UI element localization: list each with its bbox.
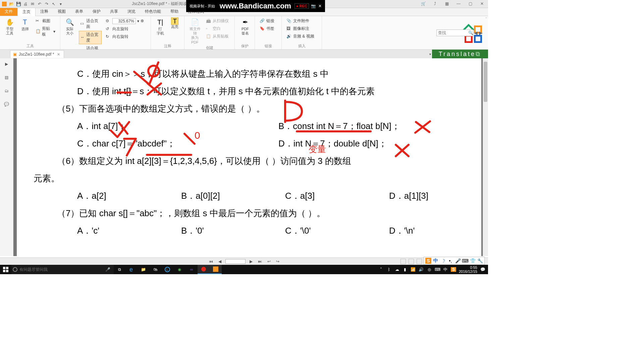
attach-button[interactable]: 📎文件附件 — [285, 17, 318, 24]
cursor-icon[interactable]: ↖ — [51, 1, 57, 7]
redo-icon[interactable]: ↷ — [44, 1, 50, 7]
tab-feature[interactable]: 特色功能 — [140, 7, 166, 16]
link-button[interactable]: 🔗链接 — [258, 17, 278, 24]
taskbar-app-foxit[interactable] — [210, 265, 222, 274]
typewriter-button[interactable]: T|打字机 — [154, 17, 166, 36]
next-page-icon[interactable]: ▶ — [248, 259, 254, 264]
bandicam-close-icon[interactable]: ✕ — [317, 4, 323, 8]
audio-video-button[interactable]: 🔊音频 & 视频 — [285, 33, 318, 40]
ime-lang-icon[interactable]: 中 — [433, 258, 439, 264]
convert-to-pdf-button[interactable]: 📄将文件转换为PDF — [188, 17, 202, 45]
tab-share[interactable]: 共享 — [105, 7, 123, 16]
highlight-button[interactable]: T高亮 — [169, 17, 181, 36]
facing-page-icon[interactable] — [417, 259, 422, 264]
page-number-input[interactable] — [225, 259, 246, 264]
taskbar-app-explorer[interactable]: 📁 — [137, 265, 149, 274]
back-nav-icon[interactable]: ↩ — [266, 259, 272, 264]
ime-mic-icon[interactable]: 🎤 — [455, 258, 461, 264]
translate-button[interactable]: Translate ⧉ — [432, 50, 488, 58]
undo-icon[interactable]: ↶ — [37, 1, 43, 7]
zoom-input[interactable]: 325.67% — [112, 18, 136, 24]
tray-expand-icon[interactable]: ˄ — [378, 267, 384, 272]
tab-close-icon[interactable]: × — [56, 52, 61, 57]
taskbar-app-360[interactable]: ◉ — [173, 265, 185, 274]
blank-button[interactable]: ▫空白 — [205, 25, 230, 32]
fit-width-button[interactable]: ↔适合宽度 — [79, 31, 102, 44]
qa-more-icon[interactable]: ▾ — [58, 1, 64, 7]
expand-panel-icon[interactable]: ▶ — [3, 60, 10, 68]
image-annot-button[interactable]: 🖼图像标注 — [285, 25, 318, 32]
taskbar-search-input[interactable] — [19, 267, 103, 272]
clipboard-button[interactable]: 📋剪贴板 ▾ — [34, 25, 57, 38]
select-tool-button[interactable]: Ꭲ选择 — [19, 17, 32, 38]
mail-icon[interactable]: ✉ — [30, 1, 36, 7]
forward-nav-icon[interactable]: ↪ — [275, 259, 281, 264]
scrollbar-thumb[interactable] — [484, 62, 487, 102]
tray-sogou-icon[interactable]: S — [451, 267, 456, 272]
tray-volume-icon[interactable]: 🔊 — [419, 267, 424, 272]
single-page-icon[interactable] — [400, 259, 406, 264]
tab-view[interactable]: 视图 — [53, 7, 70, 16]
prev-page-icon[interactable]: ◀ — [217, 259, 223, 264]
tray-keyboard-icon[interactable]: ⌨ — [435, 267, 440, 272]
print-icon[interactable]: 🖨 — [22, 1, 29, 7]
open-icon[interactable]: 📂 — [8, 1, 14, 7]
continuous-page-icon[interactable] — [409, 259, 414, 264]
actual-size-button[interactable]: 🔍实际大小 — [64, 17, 76, 36]
ime-moon-icon[interactable]: ☽ — [440, 258, 446, 264]
hand-tool-button[interactable]: ✋手型工具 — [3, 17, 16, 38]
tab-list-icon[interactable]: ▾ — [429, 52, 431, 56]
save-icon[interactable]: 💾 — [15, 1, 21, 7]
zoom-level[interactable]: ⊖325.67%▾⊕ — [104, 17, 147, 25]
ribbon-collapse-icon[interactable]: ˆ — [486, 17, 487, 21]
pages-panel-icon[interactable]: ▤ — [3, 74, 10, 81]
rotate-right-button[interactable]: ↻向右旋转 — [104, 33, 147, 40]
comments-panel-icon[interactable]: 💬 — [3, 101, 10, 108]
find-next-icon[interactable]: ▶ — [478, 30, 483, 36]
layers-panel-icon[interactable]: 🗂 — [3, 87, 10, 95]
ime-comma-icon[interactable]: •, — [447, 258, 453, 264]
tray-bluetooth-icon[interactable]: ᛒ — [386, 267, 392, 272]
search-icon[interactable]: 🔍 — [468, 31, 473, 35]
close-icon[interactable]: ✕ — [479, 1, 485, 7]
camera-icon[interactable]: 📷 — [310, 4, 317, 8]
rotate-left-button[interactable]: ↺向左旋转 — [104, 25, 147, 33]
tab-help[interactable]: 帮助 — [166, 7, 183, 16]
taskbar-app-blue[interactable]: L — [161, 265, 173, 274]
document-tab[interactable]: ▣ JscZw1-10flee.pdf * × — [10, 50, 64, 58]
tray-ime-icon[interactable]: 中 — [443, 267, 448, 273]
pdf-sign-button[interactable]: ✒PDF签名 — [238, 17, 252, 36]
find-prev-icon[interactable]: ◀ — [473, 30, 478, 36]
from-clipboard-button[interactable]: 📋从剪贴板 — [205, 33, 230, 40]
start-button[interactable] — [0, 265, 11, 274]
tab-form[interactable]: 表单 — [70, 7, 88, 16]
first-page-icon[interactable]: ⏮ — [208, 259, 214, 264]
taskbar-app-edge[interactable]: e — [125, 265, 137, 274]
tab-comment[interactable]: 注释 — [36, 7, 53, 16]
taskbar-app-vs[interactable]: ∞ — [185, 265, 198, 274]
taskbar-app-store[interactable]: 🛍 — [149, 265, 161, 274]
ime-skin-icon[interactable]: 👕 — [470, 258, 476, 264]
fit-page-button[interactable]: ▭适合页面 — [79, 17, 102, 30]
bookmark-button[interactable]: 🔖书签 — [258, 25, 278, 32]
from-scanner-button[interactable]: 📠从扫描仪 — [205, 17, 230, 24]
taskbar-search[interactable]: 🎤 — [11, 265, 114, 274]
ime-toolbar[interactable]: S 中 ☽ •, 🎤 ⌨ 👕 🔧 — [424, 257, 485, 265]
last-page-icon[interactable]: ⏭ — [257, 259, 263, 264]
record-indicator[interactable]: ● REC — [294, 3, 309, 9]
action-center-icon[interactable]: 💬 — [480, 267, 485, 272]
upload-icon[interactable]: ⤴ — [432, 1, 438, 7]
ime-settings-icon[interactable]: 🔧 — [477, 258, 483, 264]
sogou-icon[interactable]: S — [425, 258, 431, 264]
find-input[interactable] — [436, 29, 473, 36]
vertical-scrollbar[interactable] — [483, 58, 488, 256]
taskbar-clock[interactable]: 0:55 2016/12/15 — [459, 265, 477, 274]
tab-browse[interactable]: 浏览 — [123, 7, 140, 16]
page-canvas[interactable]: C．使用 cin＞＞s；可以将从键盘上输入的字符串保存在数组 s 中 D．使用 … — [13, 58, 488, 256]
tab-home[interactable]: 主页 — [17, 7, 36, 16]
tray-battery-icon[interactable]: ▮ — [402, 267, 408, 272]
tray-wifi-icon[interactable]: 📶 — [411, 267, 416, 272]
tab-file[interactable]: 文件 — [0, 7, 17, 16]
chevron-down-icon[interactable]: ▾ — [137, 19, 139, 23]
tray-location-icon[interactable]: ◎ — [427, 267, 432, 272]
